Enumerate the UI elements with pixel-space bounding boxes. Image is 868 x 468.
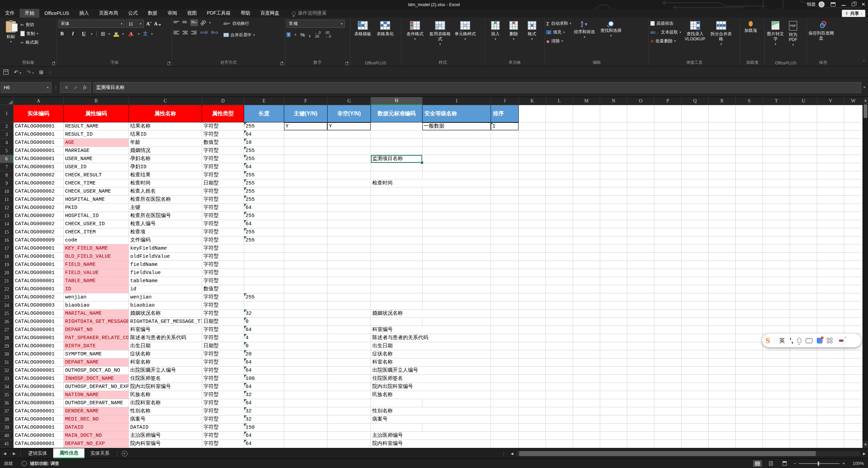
cell-W31[interactable] [844, 358, 863, 367]
normal-view-button[interactable] [753, 460, 762, 467]
cell-N27[interactable] [600, 326, 627, 334]
increase-indent-icon[interactable]: ≡⇨ [211, 29, 219, 36]
cell-H21[interactable] [371, 277, 422, 285]
row-header-34[interactable]: 34 [0, 383, 14, 391]
vscroll-thumb[interactable] [864, 104, 867, 118]
cell-I11[interactable] [422, 196, 491, 204]
cell-U9[interactable] [790, 179, 817, 188]
cell-S30[interactable] [736, 350, 763, 358]
column-header-F[interactable]: F [284, 97, 328, 105]
cell-Q28[interactable] [682, 334, 709, 342]
column-header-C[interactable]: C [129, 97, 202, 105]
cell-I35[interactable] [422, 391, 491, 399]
cell-P20[interactable] [654, 269, 682, 277]
cell-V21[interactable] [817, 277, 844, 285]
cell-O13[interactable] [627, 212, 654, 220]
cell-D19[interactable]: 字符型 [202, 261, 244, 269]
cell-S35[interactable] [736, 391, 763, 399]
cell-U25[interactable] [790, 310, 817, 318]
cell-S16[interactable] [736, 236, 763, 245]
field-header-C[interactable]: 属性名称 [129, 105, 202, 122]
cell-T22[interactable] [763, 285, 790, 293]
cell-D22[interactable]: 数值型 [202, 285, 244, 293]
cell-V17[interactable] [817, 245, 844, 253]
percent-icon[interactable]: % [300, 32, 305, 38]
cell-F22[interactable] [284, 285, 328, 293]
row-header-6[interactable]: 6 [0, 155, 14, 163]
row-header-20[interactable]: 20 [0, 269, 14, 277]
cell-Q24[interactable] [682, 301, 709, 310]
cell-K12[interactable] [519, 204, 546, 212]
cell-Q10[interactable] [682, 188, 709, 196]
conditional-formatting-button[interactable]: 条件格式▾ [402, 20, 428, 42]
cell-O20[interactable] [627, 269, 654, 277]
cell-M4[interactable] [573, 139, 600, 147]
cell-E39[interactable]: 150 [244, 424, 284, 432]
cell-C21[interactable]: tableName [129, 277, 202, 285]
cell-F32[interactable] [284, 367, 328, 375]
cell-M38[interactable] [573, 415, 600, 424]
cell-D36[interactable]: 字符型 [202, 399, 244, 407]
cell-C34[interactable]: 院内出院科室编号 [129, 383, 202, 391]
cell-N34[interactable] [600, 383, 627, 391]
cell-J14[interactable] [491, 220, 519, 228]
split-merge-table-button[interactable]: 拆分合并表格▾ [709, 20, 733, 47]
cell-K18[interactable] [519, 253, 546, 261]
cell-P6[interactable] [654, 155, 682, 163]
scroll-right-icon[interactable]: ▶ [861, 452, 868, 455]
cell-O25[interactable] [627, 310, 654, 318]
paste-button[interactable]: 粘贴▾ [1, 20, 20, 44]
cell-M6[interactable] [573, 155, 600, 163]
cell-B17[interactable]: KEY_FIELD_NAME [64, 245, 129, 253]
row-header-5[interactable]: 5 [0, 147, 14, 155]
field-header-L[interactable] [546, 105, 573, 122]
cell-U30[interactable] [790, 350, 817, 358]
cell-G15[interactable] [328, 228, 371, 236]
cell-A36[interactable]: CATALOG000001 [14, 399, 64, 407]
cell-G26[interactable] [328, 318, 371, 326]
cell-E37[interactable]: 32 [244, 407, 284, 415]
cell-B30[interactable]: SYMPTOM_NAME [64, 350, 129, 358]
cell-E26[interactable]: 0 [244, 318, 284, 326]
cell-U4[interactable] [790, 139, 817, 147]
cell-G13[interactable] [328, 212, 371, 220]
cell-L18[interactable] [546, 253, 573, 261]
format-painter-button[interactable]: ✏格式刷 [20, 39, 38, 46]
cell-B37[interactable]: GENDER_NAME [64, 407, 129, 415]
cell-G35[interactable] [328, 391, 371, 399]
font-name-combo[interactable]: 宋体▾ [58, 20, 125, 28]
cell-T9[interactable] [763, 179, 790, 188]
cell-S27[interactable] [736, 326, 763, 334]
cell-D30[interactable]: 字符型 [202, 350, 244, 358]
cell-V14[interactable] [817, 220, 844, 228]
cell-Q38[interactable] [682, 415, 709, 424]
cell-E13[interactable]: 255 [244, 212, 284, 220]
cell-N35[interactable] [600, 391, 627, 399]
ribbon-tab-帮助[interactable]: 帮助 [236, 9, 255, 18]
cell-K27[interactable] [519, 326, 546, 334]
cell-L36[interactable] [546, 399, 573, 407]
increase-font-icon[interactable]: Aˇ [145, 21, 153, 27]
cell-M24[interactable] [573, 301, 600, 310]
cell-W5[interactable] [844, 147, 863, 155]
cell-T3[interactable] [763, 131, 790, 139]
cell-D23[interactable]: 字符型 [202, 293, 244, 301]
cell-O11[interactable] [627, 196, 654, 204]
cell-D28[interactable]: 字符型 [202, 334, 244, 342]
ribbon-tab-PDF工具箱[interactable]: PDF工具箱 [202, 9, 236, 18]
cell-B32[interactable]: OUTHOSP_DOCT_AD_NO [64, 367, 129, 375]
format-as-table-button[interactable]: 套用表格格式▾ [428, 20, 453, 47]
wrap-text-button[interactable]: ab↵自动换行 [223, 20, 255, 27]
cell-H7[interactable] [371, 163, 422, 171]
cell-V40[interactable] [817, 432, 844, 440]
cell-L28[interactable] [546, 334, 573, 342]
cell-L26[interactable] [546, 318, 573, 326]
cell-O35[interactable] [627, 391, 654, 399]
cell-W18[interactable] [844, 253, 863, 261]
cell-M35[interactable] [573, 391, 600, 399]
cell-J37[interactable] [491, 407, 519, 415]
cell-D3[interactable]: 字符型 [202, 131, 244, 139]
cell-V41[interactable] [817, 440, 844, 448]
cell-P21[interactable] [654, 277, 682, 285]
cell-R16[interactable] [709, 236, 736, 245]
